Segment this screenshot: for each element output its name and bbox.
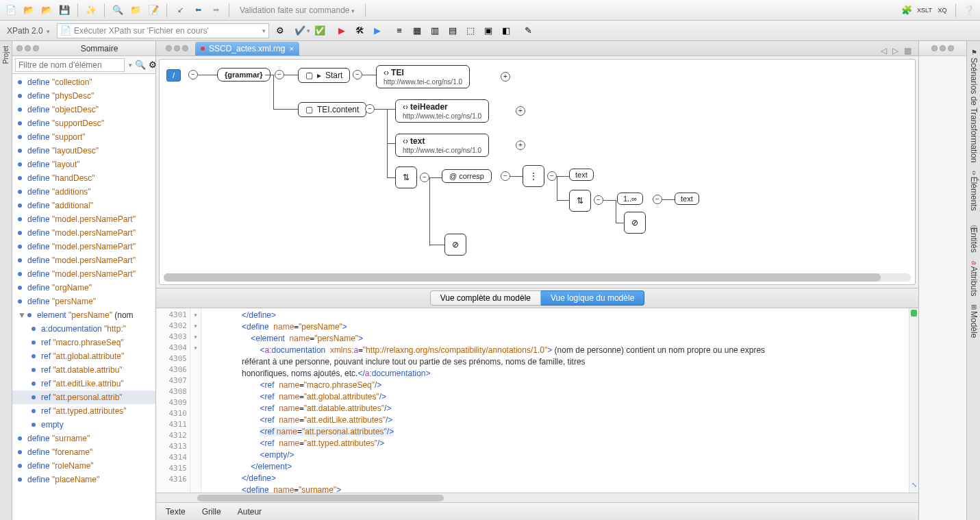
min-dot-icon[interactable] [940, 45, 946, 51]
outline-item[interactable]: ref "att.datable.attribu" [12, 363, 155, 377]
outline-item[interactable]: ref "att.global.attribute" [12, 349, 155, 363]
outline-item[interactable]: define "model.persNamePart" [12, 253, 155, 267]
xquery-debugger-icon[interactable]: XQ [935, 3, 949, 17]
outline-item[interactable]: ref "att.typed.attributes" [12, 404, 155, 418]
outline-item[interactable]: define "layout" [12, 158, 155, 171]
debug-icon[interactable]: ▶ [370, 24, 384, 38]
filter-dropdown-icon[interactable]: ▾ [129, 62, 132, 69]
outline-item[interactable]: define "additional" [12, 199, 155, 212]
tab-list-icon[interactable]: ▦ [904, 46, 912, 55]
tool-d-icon[interactable]: ⬚ [464, 24, 477, 38]
outline-item[interactable]: define "support" [12, 130, 155, 144]
find-in-files-icon[interactable]: 📁 [129, 3, 142, 17]
diagram-h-scrollbar[interactable] [164, 273, 911, 282]
validation-mode-dropdown[interactable]: Validation faite sur commande▾ [236, 5, 359, 15]
diagram-text-node[interactable]: ‹› text http://www.tei-c.org/ns/1.0 [395, 134, 489, 157]
diagram-teiheader-node[interactable]: ‹› teiHeader http://www.tei-c.org/ns/1.0 [395, 99, 489, 123]
tool-a-icon[interactable]: ▦ [410, 24, 424, 38]
right-tab-elements[interactable]: ‹›Éléments [967, 167, 981, 214]
outline-item[interactable]: define "model.persNamePart" [12, 240, 155, 253]
mode-grid-button[interactable]: Grille [202, 507, 221, 517]
outline-item[interactable]: ▼element "persName" (nom [12, 308, 155, 322]
outline-item[interactable]: define "model.persNamePart" [12, 212, 155, 226]
tab-prev-icon[interactable]: ◁ [881, 46, 887, 55]
tool-c-icon[interactable]: ▤ [446, 24, 460, 38]
open-recent-icon[interactable]: 📂 [40, 3, 53, 17]
xpath-input[interactable]: 📄 Exécuter XPath sur 'Fichier en cours' … [57, 23, 269, 38]
outline-item[interactable]: define "orgName" [12, 281, 155, 295]
view-full-button[interactable]: Vue complète du modèle [430, 290, 541, 306]
diagram-empty-box[interactable]: ⊘ [624, 212, 646, 234]
outline-item[interactable]: define "collection" [12, 75, 155, 89]
expand-toggle-icon[interactable]: + [516, 106, 525, 116]
xslt-debugger-icon[interactable]: XSLT [918, 3, 931, 17]
diagram-corresp-attr[interactable]: @ corresp [442, 169, 492, 183]
outline-item[interactable]: ref "macro.phraseSeq" [12, 336, 155, 349]
diagram-empty-box2[interactable]: ⊘ [444, 234, 466, 256]
diagram-text-token2[interactable]: text [675, 193, 699, 205]
diagram-text-token[interactable]: text [569, 169, 594, 181]
diagram-start-node[interactable]: ▢▸ Start [298, 68, 350, 83]
format-indent-icon[interactable]: ≡ [392, 24, 406, 38]
tab-next-icon[interactable]: ▷ [892, 46, 899, 55]
xpath-version-dropdown[interactable]: XPath 2.0 ▾ [4, 26, 53, 36]
outline-item[interactable]: ref "att.personal.attrib" [12, 391, 155, 404]
save-icon[interactable]: 💾 [58, 3, 71, 17]
outline-item[interactable]: define "additions" [12, 185, 155, 199]
mode-text-button[interactable]: Texte [166, 507, 186, 517]
collapse-toggle-icon[interactable]: − [653, 195, 662, 204]
right-tab-model[interactable]: ⊞Modèle [967, 301, 981, 341]
outline-item[interactable]: define "handDesc" [12, 171, 155, 185]
zoom-dot-icon[interactable] [182, 45, 188, 51]
outline-item[interactable]: define "persName" [12, 295, 155, 308]
right-tab-entities[interactable]: ⓔEntités [967, 216, 981, 256]
outline-item[interactable]: define "supportDesc" [12, 116, 155, 130]
new-doc-icon[interactable]: 📄 [4, 3, 18, 17]
schema-diagram-pane[interactable]: / − {grammar} − ▢▸ Start − ‹› TEI http:/… [159, 59, 916, 285]
jump-icon[interactable]: ⤡ [910, 481, 918, 488]
min-dot-icon[interactable] [174, 45, 180, 51]
collapse-toggle-icon[interactable]: − [353, 70, 362, 79]
outline-item[interactable]: define "layoutDesc" [12, 144, 155, 158]
marker-strip[interactable]: ⤡ [909, 308, 918, 493]
collapse-toggle-icon[interactable]: − [420, 173, 429, 182]
close-dot-icon[interactable] [16, 45, 23, 51]
open-icon[interactable]: 📂 [22, 3, 36, 17]
tool-b-icon[interactable]: ▥ [428, 24, 442, 38]
close-dot-icon[interactable] [931, 45, 938, 51]
diagram-cardinality[interactable]: 1..∞ [617, 193, 643, 205]
outline-item[interactable]: define "model.persNamePart" [12, 226, 155, 240]
code-h-scrollbar[interactable] [156, 493, 918, 502]
xpath-options-icon[interactable]: ⚙ [273, 24, 287, 38]
last-mod-icon[interactable]: ↙ [173, 3, 187, 17]
outline-item[interactable]: define "forename" [12, 445, 155, 459]
edit-icon[interactable]: ✎ [521, 24, 535, 38]
diagram-grammar-node[interactable]: {grammar} [217, 68, 271, 82]
zoom-icon[interactable]: 🔍 [111, 3, 125, 17]
diagram-root-node[interactable]: / [166, 69, 181, 82]
view-logic-button[interactable]: Vue logique du modèle [541, 290, 644, 306]
collapse-toggle-icon[interactable]: − [594, 195, 603, 205]
close-dot-icon[interactable] [166, 45, 172, 51]
diagram-tei-node[interactable]: ‹› TEI http://www.tei-c.org/ns/1.0 [376, 65, 470, 88]
file-tab[interactable]: SSCD_actes.xml.rng × [195, 42, 299, 55]
outline-item[interactable]: empty [12, 418, 155, 432]
validate-icon[interactable]: ✔️▾ [295, 24, 309, 38]
outline-item[interactable]: ref "att.editLike.attribu" [12, 377, 155, 391]
close-tab-icon[interactable]: × [289, 45, 293, 53]
replace-icon[interactable]: 📝 [147, 3, 160, 17]
outline-item[interactable]: define "placeName" [12, 473, 155, 486]
check-wf-icon[interactable]: ✅ [313, 24, 327, 38]
diagram-interleave-box2[interactable]: ⇅ [569, 190, 591, 212]
nav-forward-icon[interactable]: ➡ [209, 3, 223, 17]
fold-gutter[interactable]: ▾ ▾ ▾ ▾ [190, 308, 201, 493]
outline-item[interactable]: define "surname" [12, 432, 155, 445]
outline-filter-input[interactable] [15, 58, 125, 72]
wizard-icon[interactable]: ✨ [84, 3, 98, 17]
code-editor[interactable]: </define> <define name="persName"> <elem… [201, 308, 909, 493]
transform-icon[interactable]: ▶ [335, 24, 349, 38]
help-icon[interactable]: ❔ [962, 3, 976, 17]
diagram-interleave-box[interactable]: ⇅ [395, 166, 417, 188]
left-tab-project[interactable]: Projet [2, 44, 10, 66]
outline-item[interactable]: define "physDesc" [12, 89, 155, 103]
